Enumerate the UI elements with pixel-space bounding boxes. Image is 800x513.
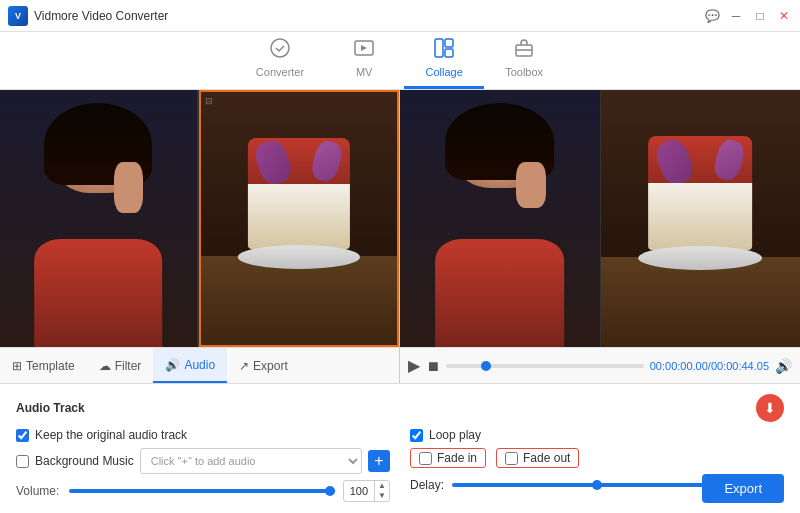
collage-icon	[433, 37, 455, 64]
audio-track-title: Audio Track	[16, 401, 85, 415]
bg-music-label: Background Music	[35, 454, 134, 468]
bg-music-select[interactable]: Click "+" to add audio	[140, 448, 362, 474]
volume-thumb	[325, 486, 335, 496]
collage-label: Collage	[425, 66, 462, 78]
right-panel: ▶ ⏹ 00:00:00.00/00:00:44.05 🔊	[400, 90, 800, 383]
export-toolbar-btn[interactable]: ↗ Export	[227, 348, 300, 383]
fade-row: Fade in Fade out	[410, 448, 784, 468]
loop-play-checkbox[interactable]	[410, 429, 423, 442]
audio-icon: 🔊	[165, 358, 180, 372]
svg-rect-4	[445, 49, 453, 57]
toolbox-icon	[513, 37, 535, 64]
fade-in-box: Fade in	[410, 448, 486, 468]
volume-value: 100	[344, 484, 374, 498]
volume-value-box: 100 ▲ ▼	[343, 480, 390, 502]
volume-slider[interactable]	[69, 489, 335, 493]
play-button[interactable]: ▶	[408, 356, 420, 375]
filter-btn[interactable]: ☁ Filter	[87, 348, 154, 383]
filter-icon: ☁	[99, 359, 111, 373]
audio-controls-row: Keep the original audio track Background…	[16, 428, 784, 502]
app-icon: V	[8, 6, 28, 26]
add-audio-btn[interactable]: +	[368, 450, 390, 472]
mv-icon	[353, 37, 375, 64]
app-title: Vidmore Video Converter	[34, 9, 168, 23]
audio-panel: Audio Track ⬇ Keep the original audio tr…	[0, 383, 800, 513]
chat-icon-btn[interactable]: 💬	[704, 8, 720, 24]
minimize-button[interactable]: ─	[728, 8, 744, 24]
tab-collage[interactable]: Collage	[404, 31, 484, 89]
filter-label: Filter	[115, 359, 142, 373]
volume-up-arrow[interactable]: ▲	[375, 481, 389, 491]
keep-original-row: Keep the original audio track	[16, 428, 390, 442]
converter-label: Converter	[256, 66, 304, 78]
preview-video-1	[400, 90, 600, 347]
right-preview	[400, 90, 800, 347]
fade-in-checkbox[interactable]	[419, 452, 432, 465]
nav-tabs: Converter MV Collage Toolb	[0, 32, 800, 90]
bg-music-row: Background Music Click "+" to add audio …	[16, 448, 390, 474]
main-content: ⊞ ⊟	[0, 90, 800, 513]
keep-original-label: Keep the original audio track	[35, 428, 187, 442]
video-thumb-2[interactable]: ⊟	[199, 90, 400, 347]
tab-toolbox[interactable]: Toolbox	[484, 31, 564, 89]
audio-btn[interactable]: 🔊 Audio	[153, 348, 227, 383]
fade-in-label: Fade in	[437, 451, 477, 465]
window-controls: 💬 ─ □ ✕	[704, 8, 792, 24]
export-label: Export	[253, 359, 288, 373]
template-btn[interactable]: ⊞ Template	[0, 348, 87, 383]
mv-label: MV	[356, 66, 373, 78]
volume-icon[interactable]: 🔊	[775, 358, 792, 374]
fade-out-label: Fade out	[523, 451, 570, 465]
loop-row: Loop play	[410, 428, 784, 442]
template-label: Template	[26, 359, 75, 373]
bg-music-checkbox[interactable]	[16, 455, 29, 468]
left-audio-controls: Keep the original audio track Background…	[16, 428, 390, 502]
export-button[interactable]: Export	[702, 474, 784, 503]
export-bar: Export	[702, 474, 784, 503]
fade-out-box: Fade out	[496, 448, 579, 468]
close-button[interactable]: ✕	[776, 8, 792, 24]
svg-point-0	[271, 39, 289, 57]
toolbox-label: Toolbox	[505, 66, 543, 78]
audio-track-header: Audio Track ⬇	[16, 394, 784, 422]
title-bar: V Vidmore Video Converter 💬 ─ □ ✕	[0, 0, 800, 32]
loop-play-label: Loop play	[429, 428, 481, 442]
left-panel: ⊞ ⊟	[0, 90, 400, 383]
audio-label: Audio	[184, 358, 215, 372]
maximize-button[interactable]: □	[752, 8, 768, 24]
volume-label: Volume:	[16, 484, 61, 498]
volume-row: Volume: 100 ▲ ▼	[16, 480, 390, 502]
export-icon: ↗	[239, 359, 249, 373]
preview-video-2	[601, 90, 801, 347]
svg-rect-3	[445, 39, 453, 47]
video-thumb-1[interactable]: ⊞	[0, 90, 197, 347]
svg-rect-2	[435, 39, 443, 57]
volume-arrows: ▲ ▼	[374, 481, 389, 501]
converter-icon	[269, 37, 291, 64]
delay-label: Delay:	[410, 478, 444, 492]
tab-converter[interactable]: Converter	[236, 31, 324, 89]
progress-indicator	[481, 361, 491, 371]
delay-thumb	[592, 480, 602, 490]
down-arrow-indicator: ⬇	[756, 394, 784, 422]
time-display: 00:00:00.00/00:00:44.05	[650, 360, 769, 372]
video-area: ⊞ ⊟	[0, 90, 399, 347]
tab-mv[interactable]: MV	[324, 31, 404, 89]
title-bar-left: V Vidmore Video Converter	[8, 6, 168, 26]
stop-button[interactable]: ⏹	[426, 358, 440, 374]
delay-slider[interactable]	[452, 483, 731, 487]
playback-controls: ▶ ⏹ 00:00:00.00/00:00:44.05 🔊	[400, 347, 800, 383]
video-toolbar: ⊞ Template ☁ Filter 🔊 Audio ↗ Export	[0, 347, 399, 383]
volume-down-arrow[interactable]: ▼	[375, 491, 389, 501]
fade-out-checkbox[interactable]	[505, 452, 518, 465]
template-icon: ⊞	[12, 359, 22, 373]
keep-original-checkbox[interactable]	[16, 429, 29, 442]
progress-bar[interactable]	[446, 364, 644, 368]
